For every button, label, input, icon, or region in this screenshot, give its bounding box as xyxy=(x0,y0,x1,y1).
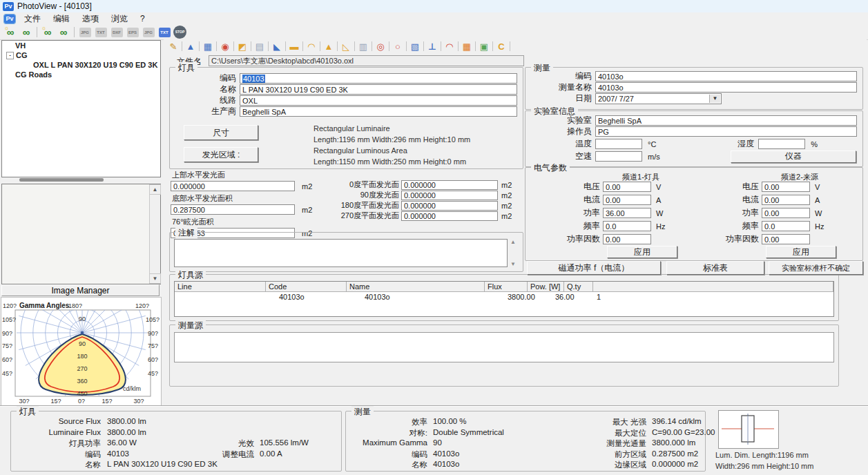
menu-help[interactable]: ? xyxy=(134,13,151,24)
tree-item[interactable]: VH xyxy=(2,41,160,50)
notes-scrollbar[interactable]: ▲ ▼ xyxy=(510,239,520,267)
section-diagram-icon[interactable]: ⊥ xyxy=(425,41,440,52)
export-jpg2-icon[interactable]: JPG xyxy=(142,26,155,38)
size-button[interactable]: 尺寸 xyxy=(184,125,258,140)
sources-table-row[interactable]: 40103o40103o3800.0036.001 xyxy=(175,292,833,302)
apply-channel2-button[interactable]: 应用 xyxy=(766,246,836,258)
luminous-area-button[interactable]: 发光区域 : xyxy=(184,147,258,162)
isolux-diagram-icon[interactable]: ◉ xyxy=(218,41,233,52)
notes-textarea[interactable] xyxy=(174,239,508,267)
lamp-search-icon[interactable]: ∞☼ xyxy=(41,26,55,38)
electrical-field[interactable]: 0.00 xyxy=(762,234,810,244)
utilization-curve-icon[interactable]: ◣ xyxy=(269,41,284,52)
menu-file[interactable]: 文件 xyxy=(18,12,47,26)
photometry-view-icon[interactable]: ∞ xyxy=(19,26,33,38)
c-diagram-icon[interactable]: C xyxy=(494,41,509,52)
arc-diagram-icon[interactable]: ◠ xyxy=(442,41,457,52)
ellipse-diagram-icon[interactable]: ○ xyxy=(390,41,405,52)
flux-power-button[interactable]: 磁通功率 f（电流） xyxy=(527,261,661,275)
lab-field[interactable]: Beghelli SpA xyxy=(595,115,857,126)
column-header[interactable]: Name xyxy=(347,282,485,291)
luminaire-tree[interactable]: VH-CGOXL L PAN 30X120 U19 C90 ED 3KCG Ro… xyxy=(1,40,161,177)
electrical-field[interactable]: 0.00 xyxy=(603,182,651,192)
line-field[interactable]: OXL xyxy=(240,95,517,106)
electrical-field[interactable]: 0.00 xyxy=(603,234,651,244)
operator-field[interactable]: PG xyxy=(595,126,857,137)
export-txt-file-icon[interactable]: TXT xyxy=(157,26,171,38)
tree-expander-icon[interactable]: - xyxy=(6,52,14,59)
ugr-table-icon[interactable]: ▤ xyxy=(252,41,267,52)
chevron-down-icon[interactable]: ▼ xyxy=(709,95,720,103)
image-manager-button[interactable]: Image Manager xyxy=(1,284,160,296)
tree-item[interactable]: CG Roads xyxy=(2,70,160,79)
column-header[interactable]: Pow. [W] xyxy=(528,282,564,291)
lamp-view-icon[interactable]: ∞ xyxy=(57,26,70,38)
electrical-field[interactable]: 0.00 xyxy=(762,195,810,205)
photometry-search-icon[interactable]: ∞☼ xyxy=(3,26,17,38)
column-header[interactable]: Line xyxy=(175,282,266,291)
menu-browse[interactable]: 浏览 xyxy=(105,12,134,26)
scroll-down-icon[interactable]: ▼ xyxy=(510,261,520,267)
menu-edit[interactable]: 编辑 xyxy=(47,12,76,26)
photometric-table-icon[interactable]: ▦ xyxy=(200,41,215,52)
apply-channel1-button[interactable]: 应用 xyxy=(607,246,677,258)
flux-zones-icon[interactable]: ▬ xyxy=(287,41,302,52)
temperature-field[interactable] xyxy=(595,139,642,149)
meas-name-field[interactable]: 40103o xyxy=(595,82,857,93)
curve-diagram-icon[interactable]: ◺ xyxy=(338,41,354,52)
area-field[interactable]: 0.287500 xyxy=(171,204,295,215)
meas-code-field[interactable]: 40103o xyxy=(595,71,857,81)
column-header[interactable]: Q.ty xyxy=(564,282,593,291)
column-header[interactable]: Code xyxy=(266,282,347,291)
edit-icon[interactable]: ✎ xyxy=(166,41,181,52)
standard-table-button[interactable]: 标准表 xyxy=(666,261,764,275)
export-eps-icon[interactable]: EPS xyxy=(126,26,139,38)
plane-area-field[interactable]: 0.000000 xyxy=(401,191,498,200)
lab-standard-uncertainty-button[interactable]: 实验室标准杆不确定 xyxy=(769,261,863,275)
manufacturer-field[interactable]: Beghelli SpA xyxy=(240,106,517,117)
plane-area-field[interactable]: 0.000000 xyxy=(401,211,498,221)
date-combobox[interactable]: 2007/ 7/27 ▼ xyxy=(595,93,722,104)
stop-button[interactable]: STOP xyxy=(173,26,186,39)
scroll-down-icon[interactable]: ▼ xyxy=(149,273,161,284)
name-field[interactable]: L PAN 30X120 U19 C90 ED 3K xyxy=(240,84,517,95)
beam-diagram-icon[interactable]: ◠ xyxy=(304,41,319,52)
area-field[interactable]: 0.000000 xyxy=(171,181,295,191)
airspeed-field[interactable] xyxy=(595,151,642,162)
measurement-sources-list[interactable] xyxy=(174,332,834,362)
electrical-field[interactable]: 0.00 xyxy=(762,208,810,218)
electrical-field[interactable]: 0.00 xyxy=(762,182,810,192)
tree-item[interactable]: -CG xyxy=(2,50,160,60)
scroll-up-icon[interactable]: ▲ xyxy=(510,239,520,245)
scrollbar-thumb[interactable] xyxy=(19,178,104,182)
electrical-field[interactable]: 0.0 xyxy=(762,221,810,231)
polar-diagram-icon[interactable]: ▲ xyxy=(183,41,198,52)
electrical-field[interactable]: 0.0 xyxy=(603,221,651,231)
export-jpg-icon[interactable]: JPG xyxy=(78,26,92,38)
scroll-up-icon[interactable]: ▲ xyxy=(149,184,161,195)
empty-list-box[interactable]: ▲ ▼ xyxy=(1,184,161,284)
plane-area-field[interactable]: 0.000000 xyxy=(401,201,498,211)
query-table-icon[interactable]: ▧ xyxy=(407,41,423,52)
tree-horizontal-scrollbar[interactable] xyxy=(1,177,160,182)
export-txt-icon[interactable]: TXT xyxy=(94,26,108,38)
humidity-field[interactable] xyxy=(758,139,805,149)
plane-area-field[interactable]: 0.000000 xyxy=(401,180,498,190)
instruments-button[interactable]: 仪器 xyxy=(731,151,856,163)
cone-diagram-icon[interactable]: ▲ xyxy=(321,41,336,52)
isolux-rings-icon[interactable]: ◎ xyxy=(373,41,388,52)
export-dxf-icon[interactable]: DXF xyxy=(110,26,124,38)
cartesian-diagram-icon[interactable]: ◩ xyxy=(235,41,250,52)
vertical-scrollbar[interactable]: ▲ ▼ xyxy=(149,184,160,284)
filename-field[interactable]: C:\Users\李文惠\Desktop\abcd\40103o.oxl xyxy=(209,55,524,66)
column-header[interactable]: Flux xyxy=(485,282,528,291)
app-menu-icon[interactable]: Pv xyxy=(4,14,15,23)
tree-item[interactable]: OXL L PAN 30X120 U19 C90 ED 3K xyxy=(2,60,160,70)
image-icon[interactable]: ▣ xyxy=(476,41,492,52)
menu-options[interactable]: 选项 xyxy=(76,12,105,26)
cte-table-icon[interactable]: ▥ xyxy=(356,41,371,52)
sources-table-header[interactable]: LineCodeNameFluxPow. [W]Q.ty xyxy=(175,282,833,292)
matrix-icon[interactable]: ▦ xyxy=(459,41,474,52)
electrical-field[interactable]: 0.00 xyxy=(603,195,651,205)
code-field[interactable]: 40103 xyxy=(240,73,517,84)
